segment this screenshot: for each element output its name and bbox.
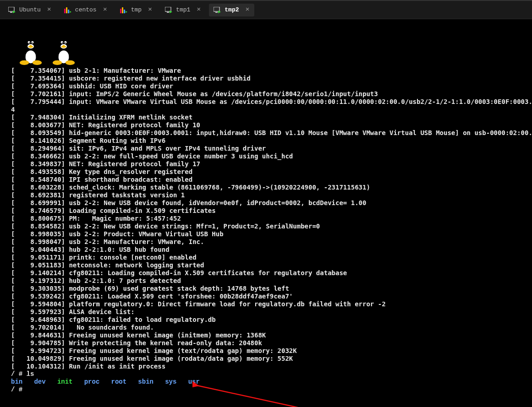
kernel-boot-log: [ 7.354067] usb 2-1: Manufacturer: VMwar…	[0, 67, 532, 370]
vm-icon	[120, 6, 127, 14]
svg-point-27	[33, 60, 42, 65]
svg-rect-7	[120, 9, 121, 13]
terminal-viewport[interactable]: [ 7.354067] usb 2-1: Manufacturer: VMwar…	[0, 19, 532, 394]
ls-entry-sys: sys	[165, 378, 176, 385]
tab-label: tmp1	[176, 6, 190, 13]
ls-entry-dev: dev	[34, 378, 45, 385]
close-icon[interactable]: ×	[148, 6, 152, 13]
svg-point-41	[54, 51, 58, 60]
close-icon[interactable]: ×	[47, 6, 51, 13]
svg-rect-15	[215, 12, 218, 13]
svg-marker-6	[70, 11, 71, 13]
terminal-tab-tmp2[interactable]: tmp2×	[209, 4, 254, 16]
svg-point-24	[32, 42, 33, 43]
svg-rect-1	[10, 12, 12, 13]
terminal-tab-centos[interactable]: centos×	[60, 4, 112, 16]
svg-rect-3	[64, 9, 66, 13]
svg-rect-9	[124, 10, 125, 13]
vm-icon	[214, 6, 221, 14]
svg-point-36	[62, 42, 63, 43]
terminal-tab-tmp1[interactable]: tmp1×	[160, 4, 205, 16]
tux-logos	[0, 23, 532, 65]
svg-rect-11	[165, 7, 171, 11]
ls-entry-bin: bin	[11, 378, 22, 385]
vm-icon	[165, 6, 172, 14]
tux-icon	[16, 33, 46, 65]
svg-rect-12	[167, 12, 169, 13]
vm-icon	[8, 6, 16, 14]
tab-label: tmp2	[225, 6, 239, 13]
ls-entry-usr: usr	[188, 378, 200, 385]
ls-entry-proc: proc	[84, 378, 100, 385]
close-icon[interactable]: ×	[246, 6, 250, 13]
terminal-tabbar: Ubuntu×centos×tmp×tmp1×tmp2×	[0, 1, 532, 19]
shell-prompt-ls: / # ls	[0, 370, 532, 378]
svg-point-42	[69, 51, 73, 60]
svg-point-29	[36, 51, 40, 60]
terminal-tab-Ubuntu[interactable]: Ubuntu×	[4, 4, 56, 16]
terminal-tab-tmp[interactable]: tmp×	[115, 4, 157, 16]
svg-point-28	[21, 51, 25, 60]
svg-rect-5	[68, 10, 69, 13]
close-icon[interactable]: ×	[103, 6, 107, 13]
ls-entry-init: init	[57, 378, 73, 385]
ls-entry-root: root	[111, 378, 127, 385]
tab-label: Ubuntu	[19, 6, 41, 13]
svg-point-26	[20, 60, 29, 65]
ls-entry-sbin: sbin	[138, 378, 154, 385]
svg-point-40	[66, 60, 75, 65]
tab-label: tmp	[131, 6, 142, 13]
shell-prompt-idle: / #	[0, 386, 532, 394]
tux-icon	[49, 33, 79, 65]
svg-rect-14	[214, 7, 219, 11]
ls-output-line: bin dev init proc root sbin sys usr	[0, 378, 532, 386]
svg-point-23	[29, 42, 30, 43]
svg-rect-8	[122, 7, 123, 13]
svg-point-39	[53, 60, 62, 65]
svg-rect-4	[66, 7, 67, 13]
tab-label: centos	[75, 6, 97, 13]
svg-rect-0	[8, 7, 14, 11]
close-icon[interactable]: ×	[197, 6, 201, 13]
svg-marker-10	[126, 11, 127, 13]
vm-icon	[64, 6, 71, 14]
svg-point-37	[65, 42, 66, 43]
